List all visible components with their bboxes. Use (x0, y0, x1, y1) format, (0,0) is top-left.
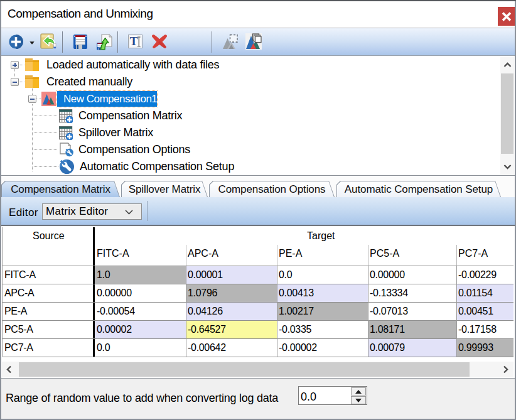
svg-text:T: T (130, 35, 138, 48)
